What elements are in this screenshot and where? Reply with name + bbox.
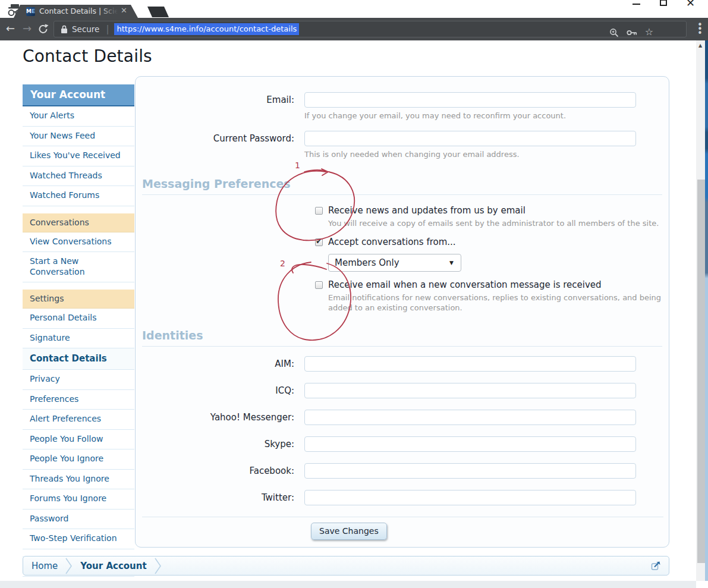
- scrollbar-thumb[interactable]: [697, 180, 705, 563]
- site-favicon: ME: [26, 7, 35, 16]
- current-password-label: Current Password:: [142, 131, 304, 144]
- browser-menu-icon[interactable]: •••: [697, 23, 701, 36]
- sidebar-item-your-news-feed[interactable]: Your News Feed: [23, 127, 134, 147]
- password-key-icon[interactable]: [627, 29, 637, 37]
- receive-news-checkbox[interactable]: [315, 207, 323, 215]
- aim-input[interactable]: [304, 356, 636, 372]
- new-tab-button[interactable]: [147, 7, 169, 17]
- sidebar-item-likes-received[interactable]: Likes You've Received: [23, 146, 134, 166]
- email-help: If you change your email, you may need t…: [304, 111, 636, 121]
- identities-heading: Identities: [142, 329, 662, 347]
- sidebar-item-watched-forums[interactable]: Watched Forums: [23, 186, 134, 206]
- accept-from-value: Members Only: [335, 257, 399, 268]
- sidebar-item-forums-you-ignore[interactable]: Forums You Ignore: [23, 489, 134, 510]
- window-close-button[interactable]: ✕: [686, 0, 695, 9]
- receive-news-help: You will receive a copy of emails sent b…: [328, 218, 662, 229]
- page-content: Contact Details Email: If you change you…: [0, 40, 708, 588]
- facebook-row: Facebook:: [142, 463, 662, 479]
- current-password-help: This is only needed when changing your e…: [304, 149, 636, 160]
- breadcrumb-home[interactable]: Home: [32, 561, 58, 571]
- receive-email-row[interactable]: Receive email when a new conversation me…: [315, 279, 662, 290]
- receive-email-checkbox[interactable]: [315, 281, 323, 289]
- forward-button[interactable]: →: [23, 21, 32, 36]
- back-button[interactable]: ←: [6, 21, 15, 36]
- browser-toolbar: ← → Secure | https://www.s4me.info/accou…: [0, 18, 708, 40]
- icq-row: ICQ:: [142, 383, 662, 398]
- page-title: Contact Details: [23, 46, 152, 66]
- accept-from-select[interactable]: Members Only ▼: [328, 254, 461, 272]
- sidebar-item-alert-preferences[interactable]: Alert Preferences: [23, 410, 134, 430]
- address-bar[interactable]: Secure | https://www.s4me.info/account/c…: [54, 21, 687, 37]
- sidebar-item-signature[interactable]: Signature: [23, 329, 134, 349]
- accept-conversations-label: Accept conversations from...: [328, 237, 456, 247]
- sidebar-item-your-alerts[interactable]: Your Alerts: [23, 106, 134, 127]
- sidebar-item-start-conversation[interactable]: Start a New Conversation: [23, 252, 134, 282]
- bookmark-star-icon[interactable]: ☆: [645, 27, 653, 37]
- breadcrumb-your-account[interactable]: Your Account: [80, 561, 146, 571]
- external-link-icon[interactable]: [650, 561, 662, 571]
- breadcrumb: Home Your Account: [23, 556, 669, 576]
- sidebar-item-people-you-ignore[interactable]: People You Ignore: [23, 449, 134, 470]
- yahoo-input[interactable]: [304, 410, 636, 425]
- contact-details-panel: Email: If you change your email, you may…: [135, 76, 669, 548]
- icq-label: ICQ:: [142, 383, 304, 396]
- sidebar-item-privacy[interactable]: Privacy: [23, 370, 134, 390]
- select-dropdown-arrow-icon: ▼: [449, 260, 454, 266]
- browser-window: ME Contact Details | Science f ✕ ✕ ← → S…: [0, 0, 708, 588]
- omnibox-divider: |: [106, 24, 109, 34]
- sidebar-item-preferences[interactable]: Preferences: [23, 390, 134, 410]
- facebook-input[interactable]: [304, 463, 636, 479]
- background-window-sliver: [705, 40, 708, 581]
- receive-email-help: Email notifications for new conversation…: [328, 293, 662, 313]
- email-input[interactable]: [304, 92, 636, 108]
- sidebar-item-threads-you-ignore[interactable]: Threads You Ignore: [23, 470, 134, 490]
- icq-input[interactable]: [304, 383, 636, 398]
- sidebar-item-two-step-verification[interactable]: Two-Step Verification: [23, 529, 134, 549]
- sidebar-item-people-you-follow[interactable]: People You Follow: [23, 430, 134, 450]
- twitter-label: Twitter:: [142, 490, 304, 503]
- email-row: Email: If you change your email, you may…: [142, 92, 662, 121]
- receive-email-label: Receive email when a new conversation me…: [328, 279, 602, 290]
- sidebar-item-personal-details[interactable]: Personal Details: [23, 309, 134, 329]
- window-maximize-button[interactable]: [660, 0, 667, 6]
- secure-label: Secure: [72, 24, 99, 34]
- form-divider: [142, 517, 663, 517]
- accept-conversations-row[interactable]: Accept conversations from...: [315, 237, 662, 247]
- window-minimize-button[interactable]: [633, 4, 640, 5]
- facebook-label: Facebook:: [142, 463, 304, 476]
- skype-input[interactable]: [304, 436, 636, 452]
- messaging-preferences-heading: Messaging Preferences: [142, 177, 662, 195]
- aim-label: AIM:: [142, 356, 304, 369]
- accept-conversations-checkbox[interactable]: [315, 238, 323, 246]
- url-text[interactable]: https://www.s4me.info/account/contact-de…: [114, 23, 299, 35]
- account-sidebar: Your Account Your Alerts Your News Feed …: [23, 84, 134, 577]
- sidebar-item-contact-details[interactable]: Contact Details: [23, 348, 134, 370]
- twitter-row: Twitter:: [142, 490, 662, 505]
- breadcrumb-chevron-icon: [65, 558, 73, 574]
- bottom-edge-band: [0, 581, 696, 588]
- skype-label: Skype:: [142, 436, 304, 449]
- aim-row: AIM:: [142, 356, 662, 372]
- tab-close-icon[interactable]: ✕: [121, 6, 127, 15]
- receive-news-row[interactable]: Receive news and updates from us by emai…: [315, 205, 662, 216]
- browser-titlebar: ME Contact Details | Science f ✕ ✕: [0, 0, 708, 18]
- yahoo-row: Yahoo! Messenger:: [142, 410, 662, 425]
- save-changes-button[interactable]: Save Changes: [311, 523, 387, 540]
- sidebar-section-settings: Settings: [23, 290, 134, 309]
- current-password-input[interactable]: [304, 131, 636, 146]
- scrollbar-up-arrow-icon[interactable]: ▲: [698, 43, 702, 48]
- receive-news-label: Receive news and updates from us by emai…: [328, 205, 526, 216]
- sidebar-item-watched-threads[interactable]: Watched Threads: [23, 166, 134, 187]
- tab-title[interactable]: Contact Details | Science f: [39, 7, 118, 16]
- refresh-button[interactable]: [37, 23, 49, 35]
- breadcrumb-chevron-icon: [155, 558, 162, 574]
- secure-lock-icon: [61, 25, 68, 34]
- sidebar-header-your-account: Your Account: [23, 84, 134, 106]
- email-label: Email:: [142, 92, 304, 105]
- sidebar-item-password[interactable]: Password: [23, 510, 134, 530]
- twitter-input[interactable]: [304, 490, 636, 505]
- current-password-row: Current Password: This is only needed wh…: [142, 131, 662, 160]
- zoom-icon[interactable]: [609, 28, 619, 37]
- sidebar-item-view-conversations[interactable]: View Conversations: [23, 232, 134, 253]
- sidebar-section-conversations: Conversations: [23, 213, 134, 232]
